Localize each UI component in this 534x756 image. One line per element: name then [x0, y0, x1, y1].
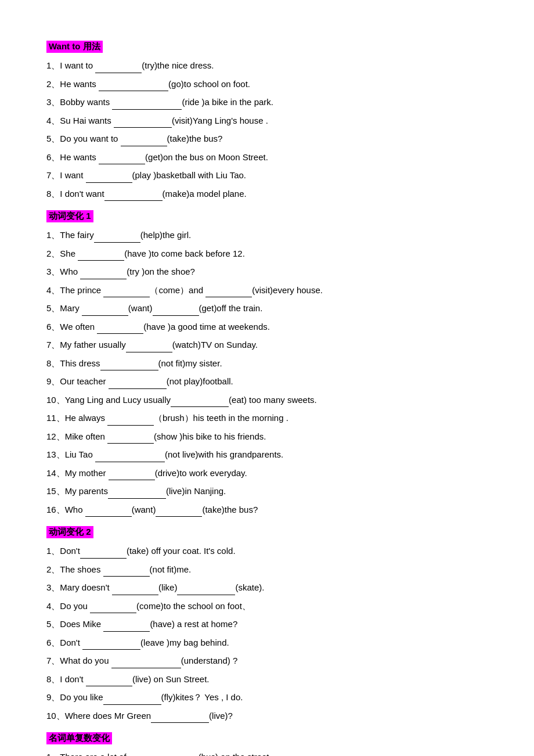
exercise-text: 1、Don't: [46, 546, 80, 556]
exercise-text: 16、Who: [46, 505, 85, 514]
exercise-line: 4、Do you (come)to the school on foot、: [46, 598, 488, 614]
exercise-line: 8、This dress (not fit)my sister.: [46, 355, 488, 371]
exercise-text: 5、Mary: [46, 303, 82, 313]
exercise-line: 10、Where does Mr Green (live)?: [46, 708, 488, 723]
exercise-line: 12、Mike often (show )his bike to his fri…: [46, 429, 488, 444]
exercise-line: 7、What do you (understand) ?: [46, 653, 488, 668]
exercise-text: (have) a rest at home?: [150, 619, 237, 629]
exercise-line: 1、Don't (take) off your coat. It's cold.: [46, 543, 488, 559]
section-want-to: Want to 用法1、I want to (try)the nice dres…: [46, 35, 488, 201]
exercise-text: 9、Our teacher: [46, 376, 109, 386]
section-title-verb-change-2: 动词变化 2: [46, 526, 93, 538]
exercise-text: (not fit)me.: [150, 564, 192, 574]
exercise-text: (make)a model plane.: [163, 189, 247, 199]
exercise-line: 2、He wants (go)to school on foot.: [46, 76, 488, 92]
exercise-text: (skate).: [235, 582, 264, 592]
section-verb-change-1: 动词变化 11、The fairy (help)the girl.2、She (…: [46, 204, 488, 517]
answer-blank: [80, 543, 127, 559]
exercise-text: (show )his bike to his friends.: [154, 431, 266, 441]
exercise-text: (visit)every house.: [252, 285, 323, 295]
exercise-text: (play )basketball with Liu Tao.: [132, 170, 247, 180]
exercise-line: 5、Do you want to (take)the bus?: [46, 131, 488, 146]
answer-blank: [103, 282, 150, 298]
exercise-text: 6、Don't: [46, 638, 82, 647]
answer-blank: [103, 616, 150, 632]
answer-blank: [177, 579, 235, 595]
answer-blank: [111, 653, 181, 668]
exercise-line: 3、Who (try )on the shoe?: [46, 264, 488, 279]
exercise-text: 6、He wants: [46, 152, 99, 162]
exercise-text: 9、Do you like: [46, 692, 103, 702]
answer-blank: [114, 113, 172, 128]
answer-blank: [90, 598, 136, 614]
exercise-text: (watch)TV on Sunday.: [172, 340, 258, 350]
answer-blank: [85, 502, 132, 517]
exercise-text: (try )on the shoe?: [127, 267, 195, 276]
exercise-line: 3、Mary doesn't (like) (skate).: [46, 579, 488, 595]
answer-blank: [95, 447, 165, 462]
exercise-line: 10、Yang Ling and Lucy usually (eat) too …: [46, 392, 488, 408]
exercise-line: 5、Mary (want) (get)off the train.: [46, 300, 488, 316]
exercise-text: (help)the girl.: [140, 230, 192, 240]
exercise-line: 6、Don't (leave )my bag behind.: [46, 635, 488, 650]
exercise-text: 15、My parents: [46, 486, 108, 496]
exercise-text: 1、I want to: [46, 60, 95, 70]
exercise-text: (not live)with his grandparents.: [165, 449, 283, 459]
exercise-line: 3、Bobby wants (ride )a bike in the park.: [46, 94, 488, 110]
exercise-line: 9、Do you like (fly)kites？ Yes , I do.: [46, 689, 488, 705]
answer-blank: [107, 429, 154, 444]
app-container: Want to 用法1、I want to (try)the nice dres…: [46, 35, 488, 756]
answer-blank: [156, 502, 202, 517]
exercise-line: 2、The shoes (not fit)me.: [46, 561, 488, 577]
exercise-text: (visit)Yang Ling's house .: [172, 116, 268, 125]
exercise-text: (not fit)my sister.: [158, 358, 222, 368]
exercise-text: (eat) too many sweets.: [229, 395, 317, 405]
section-verb-change-2: 动词变化 21、Don't (take) off your coat. It's…: [46, 520, 488, 723]
exercise-line: 6、He wants (get)on the bus on Moon Stree…: [46, 149, 488, 165]
exercise-line: 5、Does Mike (have) a rest at home?: [46, 616, 488, 632]
exercise-text: (drive)to work everyday.: [155, 468, 247, 478]
exercise-text: (take)the bus?: [202, 505, 258, 514]
exercise-text: （brush）his teeth in the morning .: [154, 413, 288, 423]
exercise-line: 8、I don't (live) on Sun Street.: [46, 671, 488, 687]
answer-blank: [112, 579, 158, 595]
exercise-line: 11、He always （brush）his teeth in the mor…: [46, 410, 488, 426]
exercise-text: (have )to come back before 12.: [124, 249, 245, 258]
exercise-text: (want): [128, 303, 153, 313]
exercise-text: (live)in Nanjing.: [166, 486, 226, 496]
answer-blank: [99, 149, 145, 165]
answer-blank: [153, 300, 199, 316]
section-title-noun-plural: 名词单复数变化: [46, 732, 112, 744]
answer-blank: [99, 76, 168, 92]
exercise-text: 1、There are a lot of: [46, 752, 129, 756]
exercise-text: (ride )a bike in the park.: [182, 97, 273, 107]
answer-blank: [109, 373, 167, 389]
section-title-verb-change-1: 动词变化 1: [46, 210, 93, 222]
exercise-line: 9、Our teacher (not play)football.: [46, 373, 488, 389]
exercise-line: 4、The prince （come）and (visit)every hous…: [46, 282, 488, 298]
exercise-text: 7、What do you: [46, 656, 111, 665]
exercise-text: 6、We often: [46, 322, 97, 332]
answer-blank: [94, 227, 140, 243]
answer-blank: [112, 94, 182, 110]
answer-blank: [126, 337, 172, 352]
exercise-text: (bus) on the street.: [199, 752, 272, 756]
exercise-text: 3、Mary doesn't: [46, 582, 112, 592]
answer-blank: [129, 749, 199, 756]
exercise-text: (get)on the bus on Moon Street.: [145, 152, 268, 162]
exercise-text: 4、Su Hai wants: [46, 116, 114, 125]
exercise-line: 6、We often (have )a good time at weekend…: [46, 319, 488, 334]
exercise-text: 5、Does Mike: [46, 619, 103, 629]
exercise-text: (have )a good time at weekends.: [143, 322, 270, 332]
exercise-text: 11、He always: [46, 413, 107, 423]
exercise-text: (live) on Sun Street.: [132, 674, 210, 684]
exercise-line: 4、Su Hai wants (visit)Yang Ling's house …: [46, 113, 488, 128]
exercise-text: 2、He wants: [46, 79, 99, 89]
exercise-line: 1、There are a lot of (bus) on the street…: [46, 749, 488, 756]
exercise-text: 1、The fairy: [46, 230, 94, 240]
answer-blank: [78, 246, 124, 261]
answer-blank: [100, 355, 158, 371]
section-noun-plural: 名词单复数变化1、There are a lot of (bus) on the…: [46, 726, 488, 756]
exercise-text: (want): [132, 505, 156, 514]
answer-blank: [104, 186, 163, 201]
